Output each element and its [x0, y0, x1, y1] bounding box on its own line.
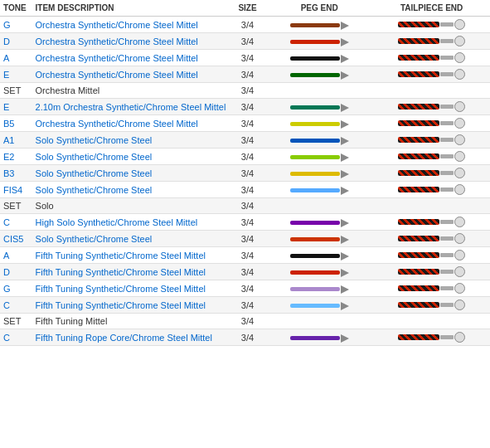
tail-cell — [373, 280, 490, 297]
size-cell: 3/4 — [230, 247, 265, 264]
peg-cell — [265, 198, 373, 214]
tone-cell: SET — [0, 198, 32, 214]
tone-cell: E — [0, 99, 32, 115]
desc-cell: Orchestra Synthetic/Chrome Steel Mittel — [32, 33, 230, 50]
tone-cell: B5 — [0, 115, 32, 132]
tail-cell — [373, 132, 490, 149]
table-row: B3 Solo Synthetic/Chrome Steel 3/4 — [0, 165, 490, 182]
tone-cell: FIS4 — [0, 182, 32, 198]
tone-cell: C — [0, 329, 32, 346]
desc-cell: High Solo Synthetic/Chrome Steel Mittel — [32, 214, 230, 231]
peg-cell — [265, 83, 373, 99]
peg-cell — [265, 314, 373, 329]
size-cell: 3/4 — [230, 198, 265, 214]
tail-cell — [373, 83, 490, 99]
size-cell: 3/4 — [230, 264, 265, 280]
tail-cell — [373, 115, 490, 132]
peg-cell — [265, 165, 373, 182]
peg-cell — [265, 264, 373, 280]
peg-cell — [265, 50, 373, 66]
desc-cell: Solo Synthetic/Chrome Steel — [32, 182, 230, 198]
peg-cell — [265, 280, 373, 297]
peg-cell — [265, 231, 373, 247]
desc-cell: Orchestra Synthetic/Chrome Steel Mittel — [32, 50, 230, 66]
peg-cell — [265, 99, 373, 115]
desc-cell: Solo Synthetic/Chrome Steel — [32, 132, 230, 149]
peg-cell — [265, 297, 373, 314]
desc-cell: Fifth Tuning Synthetic/Chrome Steel Mitt… — [32, 247, 230, 264]
table-row: G Orchestra Synthetic/Chrome Steel Mitte… — [0, 17, 490, 33]
size-cell: 3/4 — [230, 280, 265, 297]
desc-cell: Fifth Tuning Mittel — [32, 314, 230, 329]
table-row: CIS5 Solo Synthetic/Chrome Steel 3/4 — [0, 231, 490, 247]
tone-cell: D — [0, 33, 32, 50]
size-cell: 3/4 — [230, 165, 265, 182]
table-row: C Fifth Tuning Rope Core/Chrome Steel Mi… — [0, 329, 490, 346]
table-row: C High Solo Synthetic/Chrome Steel Mitte… — [0, 214, 490, 231]
tail-cell — [373, 264, 490, 280]
size-cell: 3/4 — [230, 231, 265, 247]
tone-cell: A — [0, 50, 32, 66]
header-item: ITEM DESCRIPTION — [32, 0, 230, 17]
size-cell: 3/4 — [230, 33, 265, 50]
tone-cell: C — [0, 214, 32, 231]
table-row: E Orchestra Synthetic/Chrome Steel Mitte… — [0, 66, 490, 83]
tone-cell: SET — [0, 314, 32, 329]
tail-cell — [373, 66, 490, 83]
header-size: SIZE — [230, 0, 265, 17]
table-row: FIS4 Solo Synthetic/Chrome Steel 3/4 — [0, 182, 490, 198]
table-row: C Fifth Tuning Synthetic/Chrome Steel Mi… — [0, 297, 490, 314]
tone-cell: G — [0, 280, 32, 297]
desc-cell: Fifth Tuning Synthetic/Chrome Steel Mitt… — [32, 297, 230, 314]
header-tone: TONE — [0, 0, 32, 17]
desc-cell: Orchestra Synthetic/Chrome Steel Mittel — [32, 115, 230, 132]
tail-cell — [373, 297, 490, 314]
size-cell: 3/4 — [230, 50, 265, 66]
peg-cell — [265, 132, 373, 149]
desc-cell: Orchestra Synthetic/Chrome Steel Mittel — [32, 17, 230, 33]
table-row: E 2.10m Orchestra Synthetic/Chrome Steel… — [0, 99, 490, 115]
table-row: B5 Orchestra Synthetic/Chrome Steel Mitt… — [0, 115, 490, 132]
table-row: SET Orchestra Mittel 3/4 — [0, 83, 490, 99]
table-row: D Orchestra Synthetic/Chrome Steel Mitte… — [0, 33, 490, 50]
peg-cell — [265, 214, 373, 231]
tail-cell — [373, 99, 490, 115]
tone-cell: D — [0, 264, 32, 280]
tone-cell: E2 — [0, 149, 32, 165]
tone-cell: A — [0, 247, 32, 264]
table-row: SET Solo 3/4 — [0, 198, 490, 214]
tail-cell — [373, 182, 490, 198]
size-cell: 3/4 — [230, 115, 265, 132]
table-row: A1 Solo Synthetic/Chrome Steel 3/4 — [0, 132, 490, 149]
string-table: TONE ITEM DESCRIPTION SIZE PEG END TAILP… — [0, 0, 490, 346]
size-cell: 3/4 — [230, 17, 265, 33]
tail-cell — [373, 17, 490, 33]
peg-cell — [265, 33, 373, 50]
desc-cell: Fifth Tuning Synthetic/Chrome Steel Mitt… — [32, 280, 230, 297]
peg-cell — [265, 182, 373, 198]
peg-cell — [265, 115, 373, 132]
tail-cell — [373, 198, 490, 214]
table-row: A Fifth Tuning Synthetic/Chrome Steel Mi… — [0, 247, 490, 264]
header-peg: PEG END — [265, 0, 373, 17]
desc-cell: Solo Synthetic/Chrome Steel — [32, 165, 230, 182]
size-cell: 3/4 — [230, 83, 265, 99]
tail-cell — [373, 50, 490, 66]
size-cell: 3/4 — [230, 314, 265, 329]
peg-cell — [265, 149, 373, 165]
size-cell: 3/4 — [230, 214, 265, 231]
table-row: G Fifth Tuning Synthetic/Chrome Steel Mi… — [0, 280, 490, 297]
peg-cell — [265, 329, 373, 346]
tone-cell: E — [0, 66, 32, 83]
desc-cell: Fifth Tuning Rope Core/Chrome Steel Mitt… — [32, 329, 230, 346]
tone-cell: A1 — [0, 132, 32, 149]
desc-cell: 2.10m Orchestra Synthetic/Chrome Steel M… — [32, 99, 230, 115]
size-cell: 3/4 — [230, 297, 265, 314]
table-row: D Fifth Tuning Synthetic/Chrome Steel Mi… — [0, 264, 490, 280]
tone-cell: B3 — [0, 165, 32, 182]
desc-cell: Solo — [32, 198, 230, 214]
size-cell: 3/4 — [230, 329, 265, 346]
table-row: E2 Solo Synthetic/Chrome Steel 3/4 — [0, 149, 490, 165]
tail-cell — [373, 165, 490, 182]
tail-cell — [373, 149, 490, 165]
